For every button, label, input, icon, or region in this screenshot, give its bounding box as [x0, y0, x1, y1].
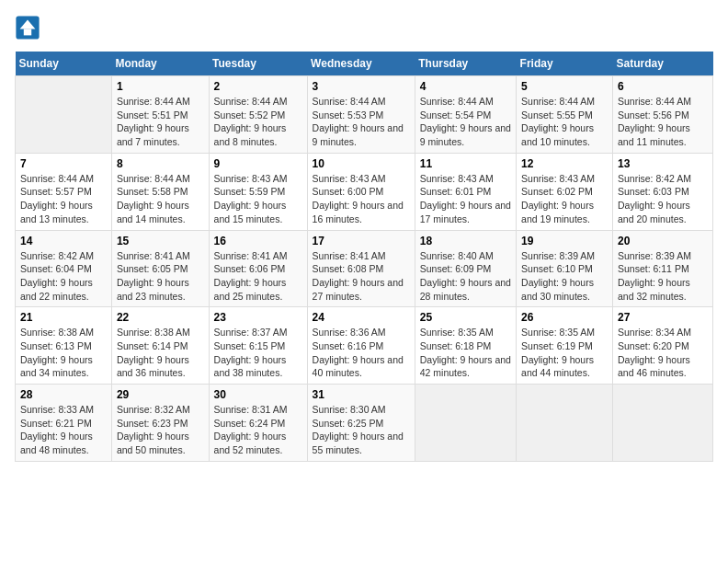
- day-number: 8: [117, 157, 204, 170]
- day-info: Sunrise: 8:42 AMSunset: 6:04 PMDaylight:…: [20, 249, 107, 304]
- col-header-sunday: Sunday: [16, 52, 112, 76]
- day-number: 18: [420, 235, 511, 247]
- calendar-cell: 2Sunrise: 8:44 AMSunset: 5:52 PMDaylight…: [209, 76, 307, 154]
- day-number: 28: [20, 388, 107, 401]
- calendar-table: SundayMondayTuesdayWednesdayThursdayFrid…: [15, 52, 713, 462]
- day-info: Sunrise: 8:42 AMSunset: 6:03 PMDaylight:…: [618, 172, 708, 226]
- day-number: 2: [214, 80, 302, 93]
- day-info: Sunrise: 8:44 AMSunset: 5:53 PMDaylight:…: [313, 95, 410, 149]
- calendar-cell: 31Sunrise: 8:30 AMSunset: 6:25 PMDayligh…: [307, 385, 415, 462]
- day-info: Sunrise: 8:33 AMSunset: 6:21 PMDaylight:…: [20, 403, 107, 457]
- calendar-cell: 30Sunrise: 8:31 AMSunset: 6:24 PMDayligh…: [209, 385, 307, 462]
- day-number: 29: [117, 388, 204, 401]
- calendar-cell: 21Sunrise: 8:38 AMSunset: 6:13 PMDayligh…: [16, 307, 112, 385]
- day-number: 9: [214, 157, 302, 170]
- day-info: Sunrise: 8:38 AMSunset: 6:13 PMDaylight:…: [20, 326, 107, 380]
- col-header-wednesday: Wednesday: [307, 52, 415, 76]
- day-info: Sunrise: 8:41 AMSunset: 6:05 PMDaylight:…: [117, 249, 204, 304]
- header-row: SundayMondayTuesdayWednesdayThursdayFrid…: [16, 52, 713, 76]
- day-number: 30: [214, 388, 302, 401]
- calendar-cell: 7Sunrise: 8:44 AMSunset: 5:57 PMDaylight…: [16, 153, 112, 230]
- day-info: Sunrise: 8:43 AMSunset: 6:02 PMDaylight:…: [521, 172, 608, 226]
- day-info: Sunrise: 8:34 AMSunset: 6:20 PMDaylight:…: [618, 326, 708, 380]
- calendar-cell: 19Sunrise: 8:39 AMSunset: 6:10 PMDayligh…: [517, 230, 613, 307]
- calendar-cell: 28Sunrise: 8:33 AMSunset: 6:21 PMDayligh…: [16, 385, 112, 462]
- day-number: 6: [618, 80, 708, 93]
- calendar-cell: 27Sunrise: 8:34 AMSunset: 6:20 PMDayligh…: [613, 307, 713, 385]
- svg-rect-2: [24, 29, 31, 35]
- day-number: 25: [420, 311, 511, 324]
- day-number: 20: [618, 235, 708, 247]
- col-header-friday: Friday: [517, 52, 613, 76]
- day-info: Sunrise: 8:44 AMSunset: 5:51 PMDaylight:…: [117, 95, 204, 149]
- col-header-monday: Monday: [111, 52, 209, 76]
- day-number: 3: [313, 80, 410, 93]
- day-info: Sunrise: 8:41 AMSunset: 6:08 PMDaylight:…: [313, 249, 410, 304]
- calendar-week-4: 21Sunrise: 8:38 AMSunset: 6:13 PMDayligh…: [16, 307, 713, 385]
- calendar-cell: 14Sunrise: 8:42 AMSunset: 6:04 PMDayligh…: [16, 230, 112, 307]
- day-number: 16: [214, 235, 302, 247]
- day-info: Sunrise: 8:44 AMSunset: 5:55 PMDaylight:…: [521, 95, 608, 149]
- day-number: 22: [117, 311, 204, 324]
- page-header: [15, 15, 713, 40]
- calendar-cell: 23Sunrise: 8:37 AMSunset: 6:15 PMDayligh…: [209, 307, 307, 385]
- calendar-cell: 1Sunrise: 8:44 AMSunset: 5:51 PMDaylight…: [111, 76, 209, 154]
- day-info: Sunrise: 8:31 AMSunset: 6:24 PMDaylight:…: [214, 403, 302, 457]
- day-info: Sunrise: 8:41 AMSunset: 6:06 PMDaylight:…: [214, 249, 302, 304]
- day-info: Sunrise: 8:43 AMSunset: 6:00 PMDaylight:…: [313, 172, 410, 226]
- calendar-cell: 29Sunrise: 8:32 AMSunset: 6:23 PMDayligh…: [111, 385, 209, 462]
- calendar-cell: [613, 385, 713, 462]
- day-info: Sunrise: 8:38 AMSunset: 6:14 PMDaylight:…: [117, 326, 204, 380]
- calendar-cell: 6Sunrise: 8:44 AMSunset: 5:56 PMDaylight…: [613, 76, 713, 154]
- day-number: 19: [521, 235, 608, 247]
- day-info: Sunrise: 8:35 AMSunset: 6:19 PMDaylight:…: [521, 326, 608, 380]
- day-number: 15: [117, 235, 204, 247]
- calendar-week-3: 14Sunrise: 8:42 AMSunset: 6:04 PMDayligh…: [16, 230, 713, 307]
- day-number: 27: [618, 311, 708, 324]
- day-number: 23: [214, 311, 302, 324]
- day-info: Sunrise: 8:36 AMSunset: 6:16 PMDaylight:…: [313, 326, 410, 380]
- calendar-week-2: 7Sunrise: 8:44 AMSunset: 5:57 PMDaylight…: [16, 153, 713, 230]
- calendar-cell: [415, 385, 516, 462]
- day-info: Sunrise: 8:39 AMSunset: 6:10 PMDaylight:…: [521, 249, 608, 304]
- calendar-cell: 5Sunrise: 8:44 AMSunset: 5:55 PMDaylight…: [517, 76, 613, 154]
- col-header-tuesday: Tuesday: [209, 52, 307, 76]
- day-number: 26: [521, 311, 608, 324]
- calendar-cell: 17Sunrise: 8:41 AMSunset: 6:08 PMDayligh…: [307, 230, 415, 307]
- calendar-cell: 10Sunrise: 8:43 AMSunset: 6:00 PMDayligh…: [307, 153, 415, 230]
- day-number: 17: [313, 235, 410, 247]
- calendar-cell: [517, 385, 613, 462]
- calendar-cell: 11Sunrise: 8:43 AMSunset: 6:01 PMDayligh…: [415, 153, 516, 230]
- day-number: 24: [313, 311, 410, 324]
- day-info: Sunrise: 8:43 AMSunset: 5:59 PMDaylight:…: [214, 172, 302, 226]
- calendar-cell: 22Sunrise: 8:38 AMSunset: 6:14 PMDayligh…: [111, 307, 209, 385]
- calendar-cell: 24Sunrise: 8:36 AMSunset: 6:16 PMDayligh…: [307, 307, 415, 385]
- day-number: 10: [313, 157, 410, 170]
- calendar-week-1: 1Sunrise: 8:44 AMSunset: 5:51 PMDaylight…: [16, 76, 713, 154]
- day-number: 11: [420, 157, 511, 170]
- day-info: Sunrise: 8:39 AMSunset: 6:11 PMDaylight:…: [618, 249, 708, 304]
- col-header-thursday: Thursday: [415, 52, 516, 76]
- calendar-week-5: 28Sunrise: 8:33 AMSunset: 6:21 PMDayligh…: [16, 385, 713, 462]
- day-number: 21: [20, 311, 107, 324]
- col-header-saturday: Saturday: [613, 52, 713, 76]
- calendar-cell: 18Sunrise: 8:40 AMSunset: 6:09 PMDayligh…: [415, 230, 516, 307]
- calendar-cell: 16Sunrise: 8:41 AMSunset: 6:06 PMDayligh…: [209, 230, 307, 307]
- day-info: Sunrise: 8:30 AMSunset: 6:25 PMDaylight:…: [313, 403, 410, 457]
- day-info: Sunrise: 8:44 AMSunset: 5:54 PMDaylight:…: [420, 95, 511, 149]
- day-info: Sunrise: 8:43 AMSunset: 6:01 PMDaylight:…: [420, 172, 511, 226]
- day-number: 31: [313, 388, 410, 401]
- day-number: 13: [618, 157, 708, 170]
- day-number: 5: [521, 80, 608, 93]
- logo: [15, 15, 44, 40]
- calendar-cell: 9Sunrise: 8:43 AMSunset: 5:59 PMDaylight…: [209, 153, 307, 230]
- calendar-cell: 12Sunrise: 8:43 AMSunset: 6:02 PMDayligh…: [517, 153, 613, 230]
- calendar-cell: 8Sunrise: 8:44 AMSunset: 5:58 PMDaylight…: [111, 153, 209, 230]
- calendar-cell: 20Sunrise: 8:39 AMSunset: 6:11 PMDayligh…: [613, 230, 713, 307]
- calendar-cell: 25Sunrise: 8:35 AMSunset: 6:18 PMDayligh…: [415, 307, 516, 385]
- calendar-cell: 15Sunrise: 8:41 AMSunset: 6:05 PMDayligh…: [111, 230, 209, 307]
- day-number: 14: [20, 235, 107, 247]
- day-info: Sunrise: 8:32 AMSunset: 6:23 PMDaylight:…: [117, 403, 204, 457]
- day-info: Sunrise: 8:37 AMSunset: 6:15 PMDaylight:…: [214, 326, 302, 380]
- day-info: Sunrise: 8:35 AMSunset: 6:18 PMDaylight:…: [420, 326, 511, 380]
